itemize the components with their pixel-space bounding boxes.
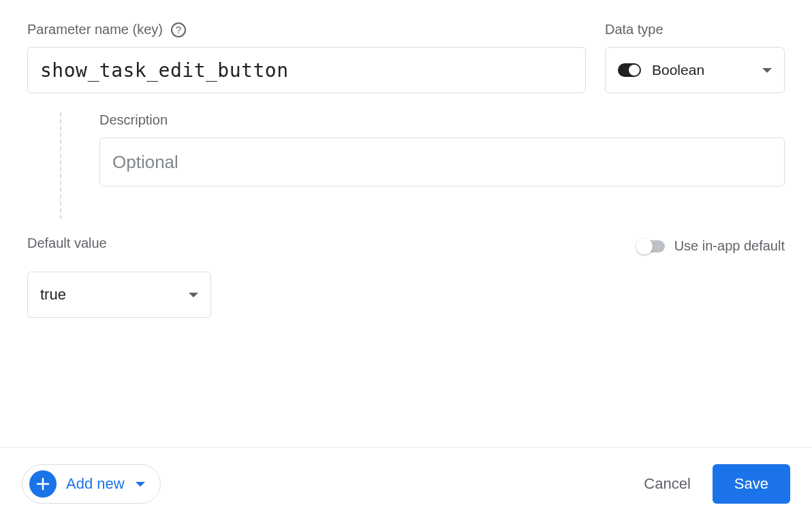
chevron-down-icon xyxy=(189,293,198,297)
description-label: Description xyxy=(99,112,785,128)
parameter-name-input[interactable] xyxy=(27,47,586,93)
use-in-app-default-toggle[interactable] xyxy=(638,240,665,253)
default-value-section: Default value true xyxy=(27,235,211,318)
default-value-label: Default value xyxy=(27,235,211,251)
chevron-down-icon xyxy=(136,482,145,487)
parameter-name-label: Parameter name (key) ? xyxy=(27,22,586,37)
data-type-value: Boolean xyxy=(652,62,704,78)
use-in-app-default-section: Use in-app default xyxy=(638,238,785,254)
parameter-name-section: Parameter name (key) ? xyxy=(27,22,586,93)
footer: Add new Cancel Save xyxy=(0,447,812,520)
cancel-button[interactable]: Cancel xyxy=(644,475,690,493)
default-value-text: true xyxy=(40,286,66,304)
use-in-app-default-label: Use in-app default xyxy=(674,238,785,254)
description-section: Description xyxy=(60,112,785,219)
data-type-label: Data type xyxy=(605,22,785,37)
help-icon[interactable]: ? xyxy=(171,22,186,37)
data-type-select[interactable]: Boolean xyxy=(605,47,785,93)
default-value-select[interactable]: true xyxy=(27,272,211,318)
description-input[interactable] xyxy=(99,137,785,186)
add-new-label: Add new xyxy=(66,475,125,493)
data-type-section: Data type Boolean xyxy=(605,22,785,93)
chevron-down-icon xyxy=(762,68,772,73)
add-new-button[interactable]: Add new xyxy=(22,464,161,504)
save-button[interactable]: Save xyxy=(713,464,790,504)
parameter-name-label-text: Parameter name (key) xyxy=(27,22,163,37)
plus-icon xyxy=(29,470,57,498)
boolean-toggle-icon xyxy=(618,63,641,77)
